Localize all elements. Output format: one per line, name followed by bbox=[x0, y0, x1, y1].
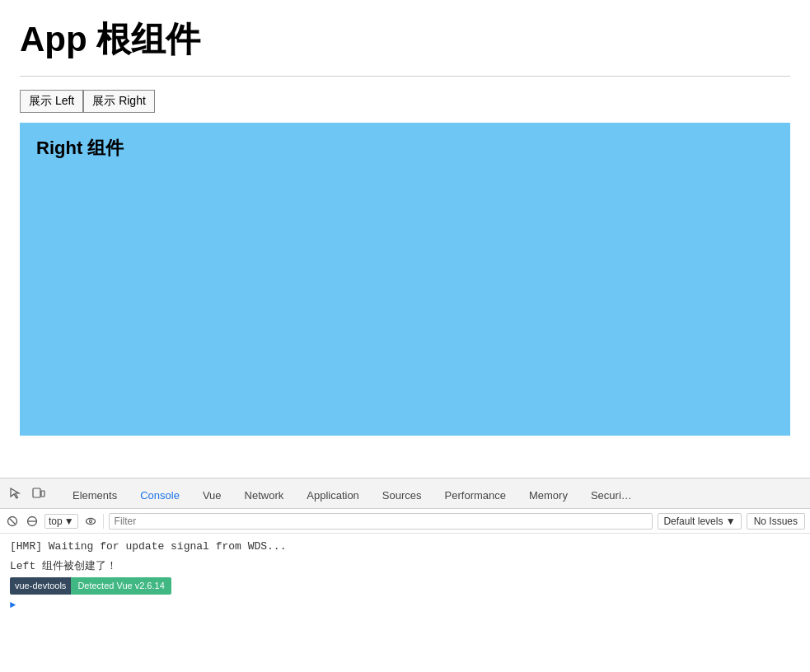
console-cursor-line: ► bbox=[10, 600, 800, 611]
eye-icon[interactable] bbox=[83, 514, 98, 529]
devtools-panel: Elements Console Vue Network Application… bbox=[0, 478, 810, 672]
tab-sources[interactable]: Sources bbox=[371, 484, 433, 506]
show-right-button[interactable]: 展示 Right bbox=[83, 90, 155, 113]
clear-console-icon[interactable] bbox=[5, 514, 20, 529]
default-levels-label: Default levels ▼ bbox=[663, 516, 735, 527]
console-output: [HMR] Waiting for update signal from WDS… bbox=[0, 534, 810, 672]
right-component-label: Right 组件 bbox=[36, 136, 124, 161]
console-toolbar: top ▼ Default levels ▼ No Issues bbox=[0, 509, 810, 534]
svg-line-3 bbox=[10, 518, 16, 524]
console-cursor-arrow: ► bbox=[10, 600, 16, 611]
right-component-box: Right 组件 bbox=[20, 123, 790, 436]
tab-elements[interactable]: Elements bbox=[61, 484, 129, 506]
tab-memory[interactable]: Memory bbox=[517, 484, 579, 506]
button-row: 展示 Left 展示 Right bbox=[20, 90, 790, 113]
tab-performance[interactable]: Performance bbox=[433, 484, 517, 506]
app-area: App 根组件 展示 Left 展示 Right Right 组件 bbox=[0, 0, 810, 478]
svg-rect-1 bbox=[41, 491, 44, 497]
devtools-tabs: Elements Console Vue Network Application… bbox=[54, 478, 810, 506]
device-toolbar-icon[interactable] bbox=[30, 484, 48, 502]
vue-devtools-badge: vue-devtools bbox=[10, 577, 71, 595]
block-icon[interactable] bbox=[25, 514, 40, 529]
tab-vue[interactable]: Vue bbox=[191, 484, 233, 506]
divider-bar bbox=[103, 514, 104, 529]
svg-point-7 bbox=[89, 520, 91, 522]
show-left-button[interactable]: 展示 Left bbox=[20, 90, 83, 113]
console-line-1: [HMR] Waiting for update signal from WDS… bbox=[10, 539, 800, 555]
filter-input[interactable] bbox=[109, 513, 653, 530]
context-dropdown-arrow: ▼ bbox=[64, 516, 74, 527]
svg-rect-0 bbox=[33, 488, 40, 497]
no-issues-button[interactable]: No Issues bbox=[747, 513, 805, 530]
divider bbox=[20, 76, 790, 77]
tab-console[interactable]: Console bbox=[129, 484, 191, 506]
inspect-element-icon[interactable] bbox=[7, 484, 25, 502]
context-selector-value: top bbox=[49, 516, 63, 527]
svg-point-6 bbox=[86, 518, 95, 524]
default-levels-button[interactable]: Default levels ▼ bbox=[658, 513, 741, 530]
tab-application[interactable]: Application bbox=[295, 484, 371, 506]
console-line-2: Left 组件被创建了！ bbox=[10, 558, 800, 575]
console-badge-line: vue-devtoolsDetected Vue v2.6.14 bbox=[10, 577, 800, 595]
no-issues-label: No Issues bbox=[754, 516, 798, 527]
tab-security[interactable]: Securi… bbox=[579, 484, 644, 506]
app-title: App 根组件 bbox=[20, 16, 790, 63]
vue-detected-badge: Detected Vue v2.6.14 bbox=[71, 577, 171, 595]
tab-network[interactable]: Network bbox=[233, 484, 296, 506]
context-selector[interactable]: top ▼ bbox=[44, 514, 78, 529]
